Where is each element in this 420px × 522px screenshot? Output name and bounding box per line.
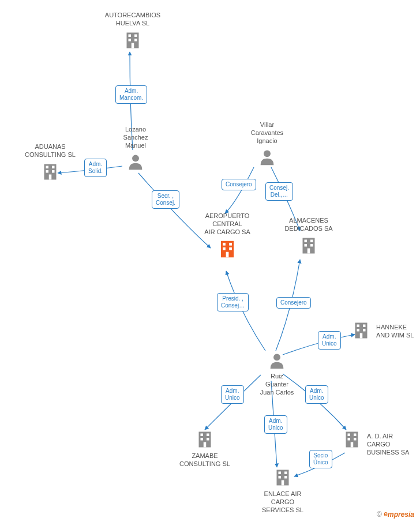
company-label: A. D. AIR CARGO BUSINESS SA — [367, 433, 409, 456]
svg-rect-31 — [363, 329, 366, 332]
person-icon — [126, 152, 145, 171]
svg-rect-44 — [282, 480, 284, 486]
svg-rect-24 — [310, 244, 313, 247]
building-icon — [216, 238, 238, 260]
svg-point-12 — [132, 155, 139, 162]
person-lozano[interactable]: Lozano Sanchez Manuel — [112, 126, 159, 171]
company-label: AUTORECAMBIOS HUELVA SL — [105, 12, 160, 28]
svg-rect-23 — [305, 244, 308, 247]
svg-rect-10 — [52, 170, 55, 173]
building-icon — [351, 320, 372, 341]
svg-rect-30 — [357, 329, 360, 332]
svg-rect-7 — [46, 166, 49, 168]
svg-rect-8 — [52, 166, 55, 168]
company-hanneke[interactable]: HANNEKE AND WIM SL — [351, 320, 372, 341]
svg-rect-1 — [129, 34, 132, 37]
edge-label-adm-unico-zamabe[interactable]: Adm. Unico — [221, 385, 244, 404]
edge-label-consej-del[interactable]: Consej. Del.,… — [265, 182, 293, 201]
svg-rect-22 — [310, 239, 313, 242]
svg-rect-35 — [354, 434, 357, 437]
edge-label-adm-unico-adcargo[interactable]: Adm. Unico — [305, 385, 328, 404]
building-icon — [272, 467, 293, 488]
svg-rect-38 — [351, 442, 354, 448]
company-almacenes[interactable]: ALMACENES DEDICADOS SA — [277, 217, 340, 256]
person-icon — [257, 147, 277, 167]
svg-rect-18 — [229, 247, 232, 250]
company-ad-cargo[interactable]: A. D. AIR CARGO BUSINESS SA — [342, 429, 362, 450]
building-icon — [40, 162, 61, 182]
person-icon — [267, 351, 287, 370]
svg-rect-28 — [357, 325, 360, 328]
svg-rect-49 — [207, 438, 209, 441]
svg-rect-15 — [223, 243, 226, 246]
edge-label-secr-consej[interactable]: Secr. , Consej. — [152, 190, 179, 209]
company-label: ADUANAS CONSULTING SL — [25, 143, 76, 159]
company-zamabe[interactable]: ZAMABE CONSULTING SL — [173, 429, 237, 468]
edge-label-consejero-ruiz-almacenes[interactable]: Consejero — [276, 297, 311, 309]
svg-rect-4 — [134, 39, 137, 42]
edge-label-socio-unico[interactable]: Socio Único — [309, 450, 332, 468]
svg-rect-50 — [204, 442, 207, 448]
svg-rect-41 — [284, 472, 287, 475]
svg-rect-29 — [363, 325, 366, 328]
person-label: Lozano Sanchez Manuel — [123, 126, 148, 149]
svg-rect-25 — [308, 248, 310, 253]
svg-rect-42 — [279, 476, 282, 479]
svg-rect-47 — [207, 434, 209, 437]
svg-rect-9 — [46, 170, 49, 173]
brand-first-letter: e — [384, 510, 388, 518]
person-ruiz[interactable]: Ruiz Guanter Juan Carlos — [254, 351, 300, 396]
svg-rect-19 — [226, 252, 229, 258]
svg-rect-43 — [284, 476, 287, 479]
person-label: Villar Caravantes Ignacio — [251, 121, 283, 145]
svg-rect-46 — [201, 434, 204, 437]
edge-label-consejero-villar-central[interactable]: Consejero — [222, 179, 256, 190]
company-label: AEROPUERTO CENTRAL AIR CARGO SA — [204, 212, 250, 236]
svg-rect-40 — [279, 472, 282, 475]
company-aduanas[interactable]: ADUANAS CONSULTING SL — [18, 143, 82, 182]
svg-rect-36 — [348, 438, 351, 441]
svg-rect-16 — [229, 243, 232, 246]
edge-label-adm-unico-hanneke[interactable]: Adm. Unico — [318, 331, 341, 350]
svg-rect-11 — [49, 174, 52, 179]
svg-rect-17 — [223, 247, 226, 250]
company-label: ZAMABE CONSULTING SL — [179, 452, 230, 468]
svg-rect-32 — [360, 333, 363, 339]
svg-rect-21 — [305, 239, 308, 242]
svg-rect-34 — [348, 434, 351, 437]
edge-label-adm-mancom[interactable]: Adm. Mancom. — [115, 85, 147, 104]
edge-label-presid-consej[interactable]: Presid. , Consej… — [217, 293, 249, 311]
svg-rect-3 — [129, 39, 132, 42]
building-icon — [122, 30, 143, 51]
svg-point-26 — [273, 354, 280, 360]
svg-rect-37 — [354, 438, 357, 441]
building-icon — [342, 429, 362, 450]
brand-rest: mpresia — [388, 510, 414, 519]
svg-point-13 — [264, 151, 271, 157]
edge-label-adm-unico-enlace[interactable]: Adm. Unico — [264, 415, 287, 434]
copyright-symbol: © — [377, 510, 382, 519]
svg-rect-5 — [132, 43, 134, 48]
company-enlace[interactable]: ENLACE AIR CARGO SERVICES SL — [254, 467, 312, 514]
company-label: ALMACENES DEDICADOS SA — [284, 217, 332, 233]
building-icon — [194, 429, 215, 450]
company-aeropuerto-central[interactable]: AEROPUERTO CENTRAL AIR CARGO SA — [193, 212, 262, 260]
svg-rect-2 — [134, 34, 137, 37]
building-icon — [298, 235, 319, 256]
copyright: © empresia — [377, 510, 414, 519]
company-label: ENLACE AIR CARGO SERVICES SL — [262, 490, 303, 514]
company-autorecambios[interactable]: AUTORECAMBIOS HUELVA SL — [98, 12, 167, 51]
person-villar[interactable]: Villar Caravantes Ignacio — [241, 121, 293, 167]
svg-rect-48 — [201, 438, 204, 441]
person-label: Ruiz Guanter Juan Carlos — [260, 373, 294, 396]
edge-label-adm-solid[interactable]: Adm. Solid. — [84, 159, 107, 177]
company-label: HANNEKE AND WIM SL — [376, 324, 414, 340]
